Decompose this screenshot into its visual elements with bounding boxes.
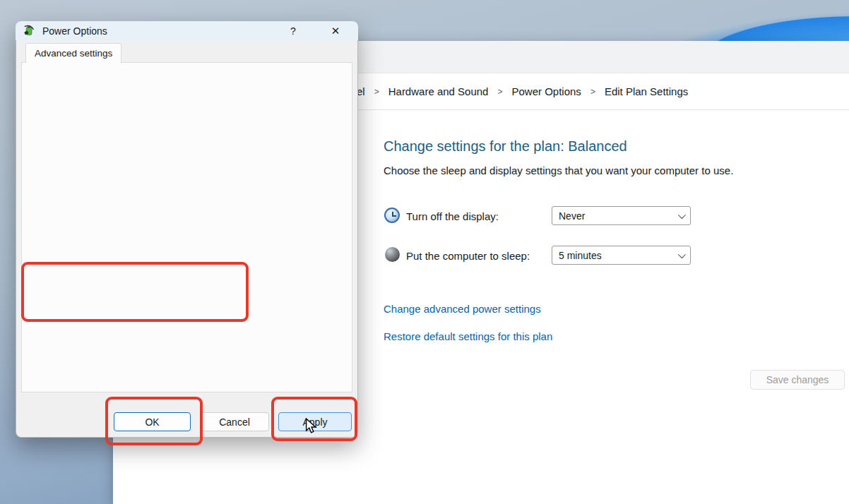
sleep-sphere-icon bbox=[385, 247, 400, 263]
chevron-down-icon bbox=[678, 210, 686, 218]
put-to-sleep-dropdown[interactable]: 5 minutes bbox=[552, 246, 691, 265]
breadcrumb-edit-plan-settings[interactable]: Edit Plan Settings bbox=[605, 85, 688, 97]
breadcrumb-power-options[interactable]: Power Options bbox=[511, 85, 581, 97]
turn-off-display-dropdown[interactable]: Never bbox=[552, 206, 691, 225]
cancel-button[interactable]: Cancel bbox=[200, 412, 269, 431]
tab-advanced-settings[interactable]: Advanced settings bbox=[25, 43, 121, 63]
tab-page bbox=[21, 62, 352, 392]
chevron-down-icon bbox=[678, 250, 686, 258]
display-clock-icon bbox=[384, 208, 400, 223]
put-to-sleep-label: Put the computer to sleep: bbox=[406, 250, 530, 262]
help-button[interactable]: ? bbox=[280, 22, 306, 40]
dialog-title: Power Options bbox=[42, 25, 107, 37]
power-options-icon bbox=[23, 25, 35, 37]
turn-off-display-label: Turn off the display: bbox=[406, 210, 499, 222]
breadcrumb-separator-icon: > bbox=[590, 87, 595, 97]
page-title: Change settings for the plan: Balanced bbox=[384, 138, 627, 155]
change-advanced-power-settings-link[interactable]: Change advanced power settings bbox=[384, 303, 541, 315]
turn-off-display-value: Never bbox=[559, 210, 585, 222]
breadcrumb-separator-icon: > bbox=[374, 87, 379, 97]
breadcrumb: el > Hardware and Sound > Power Options … bbox=[357, 85, 688, 97]
dialog-titlebar[interactable]: Power Options bbox=[16, 21, 358, 40]
breadcrumb-hardware-and-sound[interactable]: Hardware and Sound bbox=[388, 85, 489, 97]
breadcrumb-separator-icon: > bbox=[497, 87, 502, 97]
wallpaper-bloom bbox=[636, 0, 849, 41]
ok-button[interactable]: OK bbox=[114, 412, 191, 431]
put-to-sleep-value: 5 minutes bbox=[559, 250, 602, 261]
desktop: el > Hardware and Sound > Power Options … bbox=[0, 0, 849, 504]
save-changes-button[interactable]: Save changes bbox=[750, 370, 845, 390]
close-button[interactable]: ✕ bbox=[323, 22, 348, 40]
mouse-cursor bbox=[304, 418, 318, 433]
restore-default-settings-link[interactable]: Restore default settings for this plan bbox=[384, 330, 552, 342]
page-subtitle: Choose the sleep and display settings th… bbox=[384, 164, 733, 176]
